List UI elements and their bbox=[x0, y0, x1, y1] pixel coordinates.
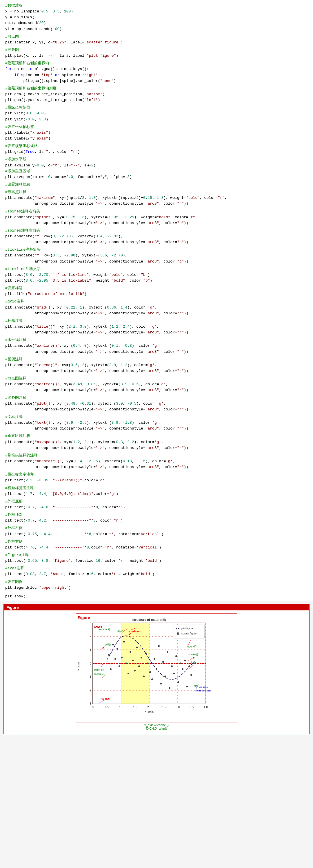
svg-text:2.0: 2.0 bbox=[147, 706, 151, 709]
section-hide-spines: #隐藏顶部和右侧的坐标轴 for spine in plt.gca().spin… bbox=[5, 61, 308, 84]
section-axvspan-annot: #垂直区域注释 plt.annotate("axvspan()", xy=(1.… bbox=[5, 433, 308, 451]
legend-annot-label: legend() bbox=[187, 645, 197, 648]
code-line: plt.ylim(-3.0, 3.0) bbox=[5, 117, 308, 122]
svg-text:0: 0 bbox=[90, 662, 91, 665]
section-text-annot: #文本注释 plt.annotate("text()", xy=(3.9, -2… bbox=[5, 414, 308, 432]
section-border-right: #外框右侧 plt.text(4.76, -4.4, '------------… bbox=[5, 539, 308, 551]
comment-annotations: #设置注释信息 bbox=[5, 182, 308, 188]
code-line: plt.annotate("title()", xy=(2.1, 3.0), x… bbox=[5, 324, 308, 330]
svg-text:3.5: 3.5 bbox=[190, 706, 194, 709]
comment-tickline-arrow: #tickline注释箭头 bbox=[5, 247, 308, 253]
section-border-left: #外框左侧 plt.text(-0.75, -4.4, '-----------… bbox=[5, 525, 308, 537]
plot-wrapper: Figure Axes bbox=[75, 613, 238, 723]
code-line: plt.xlim(0.0, 4.0) bbox=[5, 111, 308, 116]
code-line: y = np.sin(x) bbox=[5, 14, 308, 20]
comment-scatter-annot: #散点图注释 bbox=[5, 376, 308, 381]
section-scatter: #散点图 plt.scatter(x, y1, c="0.25", label=… bbox=[5, 34, 308, 45]
comment-tickline-text: #tickline注释文字 bbox=[5, 266, 308, 272]
svg-point-74 bbox=[177, 632, 179, 635]
svg-text:plot figure: plot figure bbox=[181, 627, 193, 630]
section-data-prep: #数据准备 x = np.linspace(0.5, 3.5, 100) y =… bbox=[5, 3, 308, 32]
code-line: plt.xlabel("x_axis") bbox=[5, 130, 308, 136]
svg-point-36 bbox=[155, 668, 158, 670]
svg-point-42 bbox=[169, 687, 170, 689]
comment-title: #设置标题 bbox=[5, 285, 308, 291]
section-title-annot: #标题注释 plt.annotate("title()", xy=(2.1, 3… bbox=[5, 318, 308, 336]
section-tickline-text: #tickline注释文字 plt.text(3.6, -2.70,"'|' i… bbox=[5, 266, 308, 284]
code-line: plt.ylabel("y_axis") bbox=[5, 136, 308, 142]
axvspan-annot-label: axvspan() bbox=[98, 628, 110, 631]
comment-annotate-annot: #带箭头注释的注释 bbox=[5, 453, 308, 459]
svg-text:scatter figure: scatter figure bbox=[181, 632, 197, 635]
code-line: plt.annotate("annotate()", xy=(0.4, -2.0… bbox=[5, 459, 308, 464]
code-line: plt.text(-0.7, 4.2, "----------------"*8… bbox=[5, 518, 308, 524]
section-annotate-annot: #带箭头注释的注释 plt.annotate("annotate()", xy=… bbox=[5, 453, 308, 470]
section-border-top: #外框顶部 plt.text(-0.7, 4.2, "-------------… bbox=[5, 512, 308, 524]
code-line: for spine in plt.gca().spines.keys(): bbox=[5, 66, 308, 72]
code-line: plt.annotate("text()", xy=(3.9, -2.5), x… bbox=[5, 420, 308, 426]
svg-point-46 bbox=[177, 681, 179, 683]
svg-point-29 bbox=[141, 657, 142, 658]
svg-point-27 bbox=[136, 647, 138, 648]
svg-point-18 bbox=[116, 648, 118, 650]
scatter-annot-label: scatter() bbox=[189, 653, 198, 656]
comment-legend: #设置图例 bbox=[5, 579, 308, 585]
section-lim: #横纵坐标范围 plt.xlim(0.0, 4.0) plt.ylim(-3.0… bbox=[5, 105, 308, 122]
svg-text:-2: -2 bbox=[89, 689, 91, 692]
section-annotations-header: #设置注释信息 bbox=[5, 182, 308, 188]
annotate-annot-label: annotate() bbox=[94, 673, 106, 676]
svg-point-35 bbox=[153, 658, 155, 660]
bottom-label-xlim: [0.0,4.0]: xlim() bbox=[6, 727, 307, 730]
code-line: plt.legend(loc="upper right") bbox=[5, 585, 308, 591]
svg-point-16 bbox=[112, 644, 114, 645]
comment-text-annot: #文本注释 bbox=[5, 414, 308, 420]
svg-point-52 bbox=[191, 674, 192, 676]
svg-point-43 bbox=[171, 665, 173, 667]
section-spines-left: #spines注释左箭头 plt.annotate("", xy=(0, -2.… bbox=[5, 228, 308, 245]
code-line: plt.text(1.7, -4.4, "[0.0,4.0]: xlim()",… bbox=[5, 491, 308, 497]
svg-point-24 bbox=[130, 651, 131, 653]
code-line: y1 = np.random.randn(100) bbox=[5, 26, 308, 32]
svg-point-23 bbox=[127, 673, 129, 674]
section-figure-annot: #Figure注释 plt.text(-0.65, 3.8, 'Figure',… bbox=[5, 552, 308, 564]
svg-point-14 bbox=[108, 654, 110, 656]
maximum-label: maximum bbox=[129, 630, 141, 633]
code-line: plt.annotate("scatter()", xy=(3.49, 0.86… bbox=[5, 381, 308, 387]
section-tickline-arrow: #tickline注释箭头 plt.annotate("", xy=(3.5, … bbox=[5, 247, 308, 264]
svg-text:2.5: 2.5 bbox=[162, 706, 166, 709]
figure-label: Figure bbox=[78, 615, 90, 620]
section-labels: #设置坐标轴标签 plt.xlabel("x_axis") plt.ylabel… bbox=[5, 124, 308, 142]
section-plot: #线条图 plt.plot(x, y, ls='--', lw=2, label… bbox=[5, 47, 308, 59]
section-xlabel-annot: #横坐标文字注释 plt.text(2.2, -3.85, "-->xlabel… bbox=[5, 472, 308, 483]
section-title: #设置标题 plt.title("structure of matplotlib… bbox=[5, 285, 308, 297]
y-axis-label: y_axis bbox=[77, 662, 80, 671]
svg-point-22 bbox=[125, 662, 127, 664]
comment-axvspan-annot: #垂直区域注释 bbox=[5, 433, 308, 439]
comment-border-right: #外框右侧 bbox=[5, 539, 308, 545]
code-line: arrowprops=dict(arrowstyle="->", connect… bbox=[5, 259, 308, 265]
code-line: plt.annotate("grid()", xy=(0.22, 1), xyt… bbox=[5, 305, 308, 311]
plot-annot-label: plot() bbox=[190, 661, 196, 664]
svg-point-38 bbox=[160, 683, 162, 684]
comment-axhline: #添加水平线 bbox=[5, 157, 308, 162]
section-axhline: #添加水平线 plt.axhline(y=0.0, c="r", ls="--"… bbox=[5, 157, 308, 180]
comment-xlim-annot: #横坐标范围注释 bbox=[5, 485, 308, 491]
svg-point-51 bbox=[189, 665, 190, 667]
comment-legend-annot: #图例注释 bbox=[5, 356, 308, 362]
svg-text:2: 2 bbox=[90, 635, 91, 638]
comment-grid-annot: #grid注释 bbox=[5, 299, 308, 305]
svg-point-49 bbox=[184, 660, 186, 661]
svg-point-44 bbox=[173, 673, 175, 674]
code-line: plt.annotate("", xy=(0, -2.78), xytext=(… bbox=[5, 234, 308, 239]
code-line: x = np.linspace(0.5, 3.5, 100) bbox=[5, 9, 308, 14]
title-annot-label: title() bbox=[117, 630, 123, 633]
svg-point-41 bbox=[167, 651, 168, 653]
code-line: plt.gca().yaxis.set_ticks_position("left… bbox=[5, 97, 308, 103]
svg-point-21 bbox=[123, 641, 125, 643]
bottom-label-xlabel: x_axis -->xlabel() bbox=[6, 723, 307, 727]
svg-point-31 bbox=[145, 652, 147, 654]
section-axes-annot: #axes注释 plt.text(0.03, 2.7, 'Axes', font… bbox=[5, 565, 308, 577]
section-legend-annot: #图例注释 plt.annotate("legend()", xy=(3.5, … bbox=[5, 356, 308, 374]
svg-point-25 bbox=[132, 660, 134, 661]
code-line: if spine == 'top' or spine == 'right': bbox=[5, 72, 308, 78]
